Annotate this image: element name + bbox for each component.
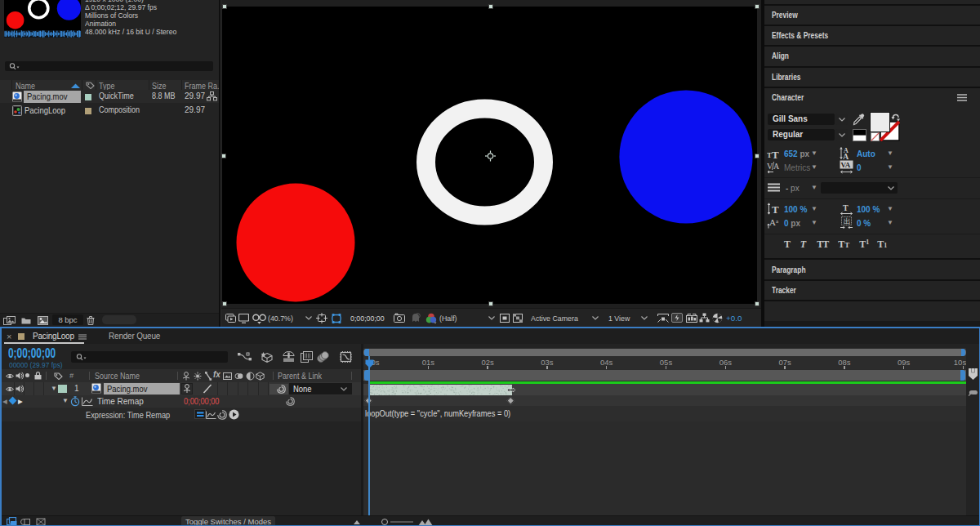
svg-text:VA: VA [841,161,851,169]
svg-text:出: 出 [844,217,851,225]
svg-text:a: a [776,218,779,225]
svg-text:A: A [773,162,780,171]
svg-text:T: T [843,203,849,212]
svg-text:T: T [772,149,779,159]
svg-text:A: A [843,152,849,160]
svg-text:A: A [769,217,776,227]
svg-text:T: T [772,203,779,215]
